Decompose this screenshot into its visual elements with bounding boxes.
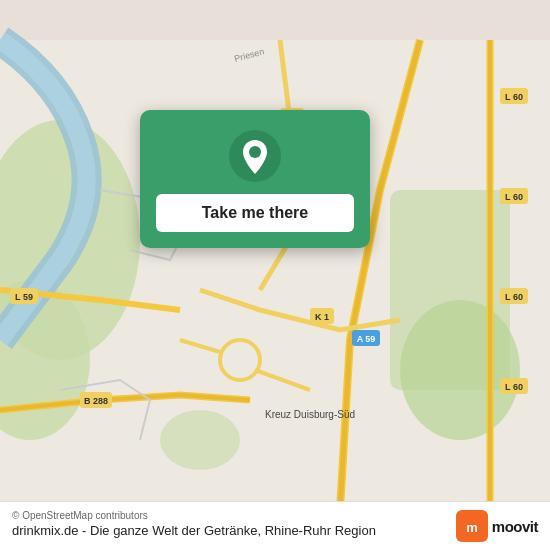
svg-text:L 60: L 60	[505, 92, 523, 102]
map-background: K 1 K 1 K 1 L 59 L 60 L 60 L 60 L 60 B 2…	[0, 0, 550, 550]
svg-point-5	[160, 410, 240, 470]
svg-text:L 60: L 60	[505, 292, 523, 302]
map-attribution: © OpenStreetMap contributors	[12, 510, 446, 521]
svg-text:A 59: A 59	[357, 334, 376, 344]
svg-text:B 288: B 288	[84, 396, 108, 406]
svg-text:K 1: K 1	[315, 312, 329, 322]
map-container: K 1 K 1 K 1 L 59 L 60 L 60 L 60 L 60 B 2…	[0, 0, 550, 550]
svg-text:L 60: L 60	[505, 382, 523, 392]
svg-point-4	[400, 300, 520, 440]
moovit-logo: m moovit	[456, 510, 538, 542]
svg-text:L 60: L 60	[505, 192, 523, 202]
location-name: drinkmix.de - Die ganze Welt der Getränk…	[12, 523, 446, 540]
svg-text:L 59: L 59	[15, 292, 33, 302]
svg-point-30	[249, 146, 261, 158]
moovit-brand-icon: m	[456, 510, 488, 542]
moovit-text: moovit	[492, 518, 538, 535]
svg-text:m: m	[466, 520, 478, 535]
svg-text:Kreuz Duisburg-Süd: Kreuz Duisburg-Süd	[265, 409, 355, 420]
location-card: Take me there	[140, 110, 370, 248]
take-me-there-button[interactable]: Take me there	[156, 194, 354, 232]
bottom-info: © OpenStreetMap contributors drinkmix.de…	[12, 510, 446, 540]
location-pin-icon	[229, 130, 281, 182]
bottom-bar: © OpenStreetMap contributors drinkmix.de…	[0, 501, 550, 550]
